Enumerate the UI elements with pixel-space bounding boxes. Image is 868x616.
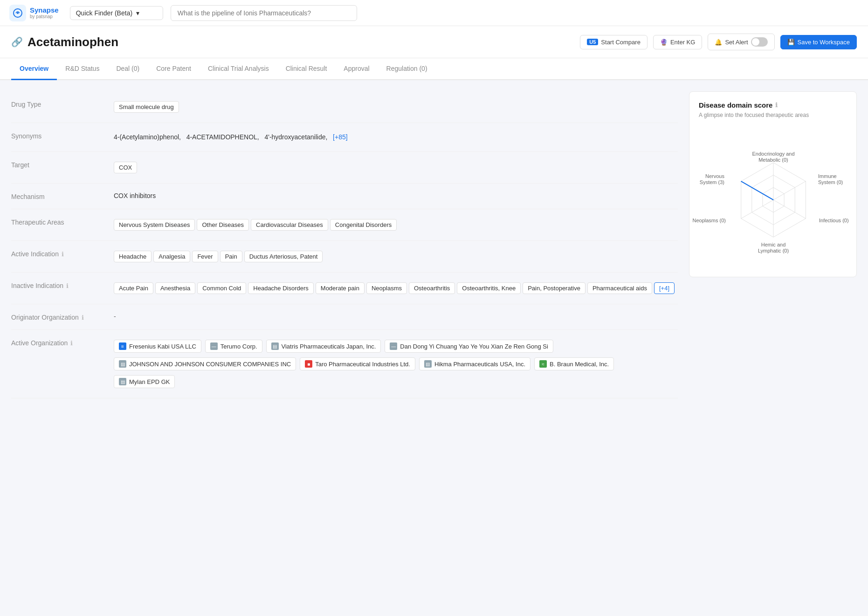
active-org-row: Active Organization ℹ ≡ Fresenius Kabi U… — [11, 330, 678, 398]
org-fresenius[interactable]: ≡ Fresenius Kabi USA LLC — [114, 340, 201, 353]
iind-osteoarthritis[interactable]: Osteoarthritis — [409, 282, 455, 294]
synonyms-label: Synonyms — [11, 131, 104, 140]
synonyms-more[interactable]: [+85] — [333, 133, 348, 141]
quick-finder-button[interactable]: Quick Finder (Beta) ▾ — [70, 6, 163, 20]
tab-clinical-result[interactable]: Clinical Result — [277, 58, 336, 80]
tab-rd-status[interactable]: R&D Status — [57, 58, 108, 80]
org-mylan[interactable]: ▤ Mylan EPD GK — [114, 375, 175, 388]
alert-icon: 🔔 — [715, 39, 722, 46]
org-braun-icon: ≈ — [539, 360, 547, 368]
label-immune: Immune — [818, 173, 837, 179]
iind-headache-disorders[interactable]: Headache Disorders — [248, 282, 314, 294]
svg-text:Metabolic (0): Metabolic (0) — [758, 157, 788, 163]
originator-row: Originator Organization ℹ - — [11, 304, 678, 330]
org-jnj[interactable]: ▤ JOHNSON AND JOHNSON CONSUMER COMPANIES… — [114, 357, 296, 370]
header-actions: U5 Start Compare 🔮 Enter KG 🔔 Set Alert … — [580, 34, 857, 50]
org-jnj-icon: ▤ — [119, 360, 126, 368]
disease-domain-card: Disease domain score ℹ A glimpse into th… — [689, 91, 857, 277]
mechanism-label: Mechanism — [11, 192, 104, 200]
logo-icon — [9, 5, 26, 21]
radar-grid — [741, 163, 806, 237]
logo-name: Synapse — [30, 7, 59, 14]
label-neoplasms: Neoplasms (0) — [692, 218, 726, 223]
drug-type-value: Small molecule drug — [114, 100, 678, 114]
target-tag: COX — [114, 162, 137, 173]
tab-bar: Overview R&D Status Deal (0) Core Patent… — [0, 58, 868, 80]
iind-anesthesia[interactable]: Anesthesia — [155, 282, 195, 294]
svg-text:System (0): System (0) — [818, 179, 843, 185]
score-title: Disease domain score ℹ — [699, 101, 847, 109]
alert-label: Set Alert — [725, 39, 748, 46]
iind-pain-postop[interactable]: Pain, Postoperative — [523, 282, 586, 294]
label-infectious: Infectious (0) — [819, 218, 849, 223]
iind-moderate-pain[interactable]: Moderate pain — [316, 282, 365, 294]
radar-svg: Endocrinology and Metabolic (0) Immune S… — [699, 128, 848, 267]
top-navigation: Synapse by patsnap Quick Finder (Beta) ▾ — [0, 0, 868, 26]
search-input[interactable] — [171, 5, 357, 21]
tab-core-patent[interactable]: Core Patent — [148, 58, 200, 80]
active-org-value: ≡ Fresenius Kabi USA LLC — Terumo Corp. … — [114, 338, 678, 390]
ind-pain[interactable]: Pain — [220, 251, 242, 262]
svg-point-1 — [17, 12, 19, 14]
ind-headache[interactable]: Headache — [114, 251, 152, 262]
org-terumo[interactable]: — Terumo Corp. — [205, 340, 262, 353]
kg-icon: 🔮 — [660, 39, 668, 46]
iind-common-cold[interactable]: Common Cold — [197, 282, 246, 294]
org-braun[interactable]: ≈ B. Braun Medical, Inc. — [534, 357, 614, 370]
left-panel: Drug Type Small molecule drug Synonyms 4… — [11, 91, 678, 398]
ind-ductus[interactable]: Ductus Arteriosus, Patent — [244, 251, 323, 262]
enter-kg-button[interactable]: 🔮 Enter KG — [653, 35, 702, 49]
ta-other[interactable]: Other Diseases — [197, 219, 249, 231]
iind-neoplasms[interactable]: Neoplasms — [366, 282, 407, 294]
therapeutic-areas-row: Therapeutic Areas Nervous System Disease… — [11, 209, 678, 241]
mechanism-row: Mechanism COX inhibitors — [11, 184, 678, 209]
mechanism-value: COX inhibitors — [114, 192, 678, 199]
svg-line-12 — [741, 181, 773, 200]
tab-overview[interactable]: Overview — [11, 58, 57, 80]
org-taro[interactable]: ■ Taro Pharmaceutical Industries Ltd. — [300, 357, 415, 370]
logo-sub: by patsnap — [30, 14, 59, 19]
inactive-indication-more[interactable]: [+4] — [654, 282, 675, 294]
set-alert-button[interactable]: 🔔 Set Alert — [708, 34, 774, 50]
save-icon: 💾 — [787, 39, 795, 46]
originator-info-icon: ℹ — [82, 314, 84, 321]
label-hemic: Hemic and — [761, 242, 786, 247]
drug-type-tag: Small molecule drug — [114, 101, 179, 113]
inactive-indication-row: Inactive Indication ℹ Acute Pain Anesthe… — [11, 273, 678, 304]
tab-clinical-trial[interactable]: Clinical Trial Analysis — [200, 58, 277, 80]
drug-title-area: 🔗 Acetaminophen — [11, 35, 118, 49]
active-indication-info-icon: ℹ — [62, 251, 64, 258]
ta-nervous[interactable]: Nervous System Diseases — [114, 219, 195, 231]
tab-regulation[interactable]: Regulation (0) — [378, 58, 436, 80]
synonym-1: 4-(Acetylamino)phenol, — [114, 133, 185, 141]
svg-line-7 — [773, 200, 806, 219]
synonym-3: 4'-hydroxyacetanilide, — [264, 133, 331, 141]
iind-osteoarthritis-knee[interactable]: Osteoarthritis, Knee — [457, 282, 521, 294]
org-dandong[interactable]: — Dan Dong Yi Chuang Yao Ye You Xian Ze … — [385, 340, 553, 353]
drug-type-row: Drug Type Small molecule drug — [11, 91, 678, 123]
target-row: Target COX — [11, 152, 678, 184]
ind-fever[interactable]: Fever — [192, 251, 218, 262]
tab-deal[interactable]: Deal (0) — [108, 58, 148, 80]
iind-acute-pain[interactable]: Acute Pain — [114, 282, 153, 294]
org-hikma[interactable]: ▤ Hikma Pharmaceuticals USA, Inc. — [419, 357, 530, 370]
score-subtitle: A glimpse into the focused therapeutic a… — [699, 112, 847, 118]
ta-congenital[interactable]: Congenital Disorders — [330, 219, 397, 231]
org-hikma-icon: ▤ — [424, 360, 432, 368]
therapeutic-areas-value: Nervous System Diseases Other Diseases C… — [114, 218, 678, 232]
save-workspace-button[interactable]: 💾 Save to Workspace — [780, 35, 857, 49]
ind-analgesia[interactable]: Analgesia — [153, 251, 190, 262]
svg-line-9 — [741, 200, 773, 219]
active-org-info-icon: ℹ — [70, 340, 73, 347]
alert-toggle[interactable] — [751, 37, 768, 47]
ta-cardiovascular[interactable]: Cardiovascular Diseases — [251, 219, 328, 231]
org-viatris[interactable]: ▤ Viatris Pharmaceuticals Japan, Inc. — [266, 340, 381, 353]
iind-pharma-aids[interactable]: Pharmaceutical aids — [587, 282, 652, 294]
org-viatris-icon: ▤ — [271, 342, 279, 350]
svg-line-6 — [773, 181, 806, 200]
compare-button[interactable]: U5 Start Compare — [580, 35, 648, 49]
label-nervous: Nervous — [705, 173, 724, 179]
tab-approval[interactable]: Approval — [335, 58, 378, 80]
synonym-2: 4-ACETAMIDOPHENOL, — [186, 133, 263, 141]
active-indication-label: Active Indication ℹ — [11, 249, 104, 258]
